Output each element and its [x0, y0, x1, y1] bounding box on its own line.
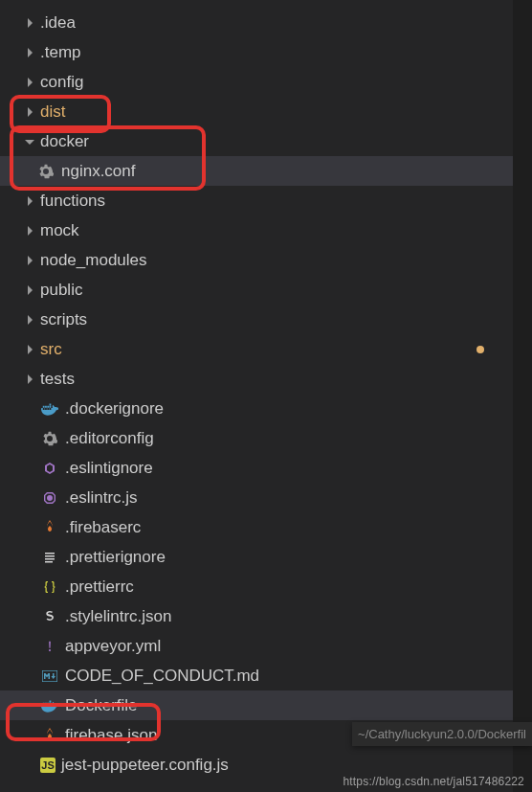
chevron-right-icon	[21, 192, 38, 210]
folder-label: .idea	[40, 13, 76, 33]
file-nginx-conf[interactable]: nginx.conf	[0, 156, 513, 186]
file-label: .eslintignore	[65, 459, 153, 478]
folder-label: functions	[40, 192, 105, 211]
braces-icon	[40, 577, 59, 597]
gear-icon	[36, 162, 55, 181]
chevron-right-icon	[21, 74, 38, 91]
file-label: .firebaserc	[65, 518, 141, 537]
folder-label: scripts	[40, 310, 87, 329]
folder-label: node_modules	[40, 251, 147, 270]
breadcrumb-path: ~/Cathy/luckyun2.0.0/Dockerfil	[352, 722, 532, 746]
folder-label: src	[40, 340, 62, 359]
folder-temp[interactable]: .temp	[0, 37, 513, 67]
firebase-icon	[40, 518, 59, 537]
file-label: appveyor.yml	[65, 637, 161, 656]
chevron-down-icon	[21, 133, 38, 150]
file-label: .prettierrc	[65, 577, 134, 597]
file-dockerignore[interactable]: .dockerignore	[0, 394, 513, 423]
file-label: .prettierignore	[65, 548, 166, 567]
chevron-right-icon	[21, 282, 38, 299]
folder-functions[interactable]: functions	[0, 186, 513, 215]
stylelint-icon	[40, 607, 59, 626]
eslint-octagon-icon	[40, 488, 59, 508]
gear-icon	[40, 429, 59, 448]
chevron-right-icon	[21, 222, 38, 239]
file-label: .stylelintrc.json	[65, 607, 171, 626]
file-eslintrc-js[interactable]: .eslintrc.js	[0, 483, 513, 512]
folder-label: public	[40, 281, 82, 300]
folder-node-modules[interactable]: node_modules	[0, 245, 513, 275]
file-dockerfile[interactable]: Dockerfile	[0, 690, 513, 720]
chevron-right-icon	[21, 103, 38, 121]
folder-label: dist	[40, 102, 65, 122]
docker-icon	[40, 399, 59, 419]
eslint-icon	[40, 459, 59, 478]
file-code-of-conduct[interactable]: CODE_OF_CONDUCT.md	[0, 661, 513, 690]
file-prettierrc[interactable]: .prettierrc	[0, 572, 513, 601]
chevron-right-icon	[21, 311, 38, 328]
folder-label: mock	[40, 221, 79, 240]
firebase-icon	[40, 726, 59, 745]
folder-dist[interactable]: dist	[0, 97, 513, 126]
file-label: .dockerignore	[65, 399, 164, 419]
folder-scripts[interactable]: scripts	[0, 305, 513, 334]
file-label: nginx.conf	[61, 162, 136, 181]
file-stylelintrc-json[interactable]: .stylelintrc.json	[0, 601, 513, 631]
file-label: .eslintrc.js	[65, 488, 138, 508]
chevron-right-icon	[21, 341, 38, 358]
file-appveyor-yml[interactable]: appveyor.yml	[0, 631, 513, 661]
chevron-right-icon	[21, 252, 38, 269]
docker-icon	[40, 696, 59, 715]
file-explorer[interactable]: .idea .temp config dist docker nginx.con…	[0, 0, 513, 792]
markdown-icon	[40, 667, 59, 686]
lines-icon	[40, 548, 59, 567]
folder-public[interactable]: public	[0, 275, 513, 305]
file-label: Dockerfile	[65, 696, 138, 715]
chevron-right-icon	[21, 44, 38, 61]
exclamation-icon	[40, 637, 59, 656]
file-label: CODE_OF_CONDUCT.md	[65, 667, 259, 686]
folder-docker[interactable]: docker	[0, 126, 513, 156]
folder-src[interactable]: src	[0, 334, 513, 364]
folder-config[interactable]: config	[0, 67, 513, 97]
file-editorconfig[interactable]: .editorconfig	[0, 423, 513, 453]
file-label: jest-puppeteer.config.js	[61, 756, 229, 775]
file-firebaserc[interactable]: .firebaserc	[0, 512, 513, 542]
file-label: firebase.json	[65, 726, 157, 745]
chevron-right-icon	[21, 14, 38, 32]
file-eslintignore[interactable]: .eslintignore	[0, 453, 513, 483]
watermark-text: https://blog.csdn.net/jal517486222	[343, 775, 524, 788]
folder-label: docker	[40, 132, 89, 151]
chevron-right-icon	[21, 371, 38, 388]
folder-tests[interactable]: tests	[0, 364, 513, 394]
js-icon: JS	[40, 758, 55, 773]
folder-label: .temp	[40, 43, 81, 62]
file-prettierignore[interactable]: .prettierignore	[0, 542, 513, 572]
folder-label: tests	[40, 370, 75, 389]
modified-indicator-icon	[477, 346, 484, 353]
file-label: .editorconfig	[65, 429, 154, 448]
folder-idea[interactable]: .idea	[0, 8, 513, 37]
folder-mock[interactable]: mock	[0, 215, 513, 245]
folder-label: config	[40, 73, 83, 92]
